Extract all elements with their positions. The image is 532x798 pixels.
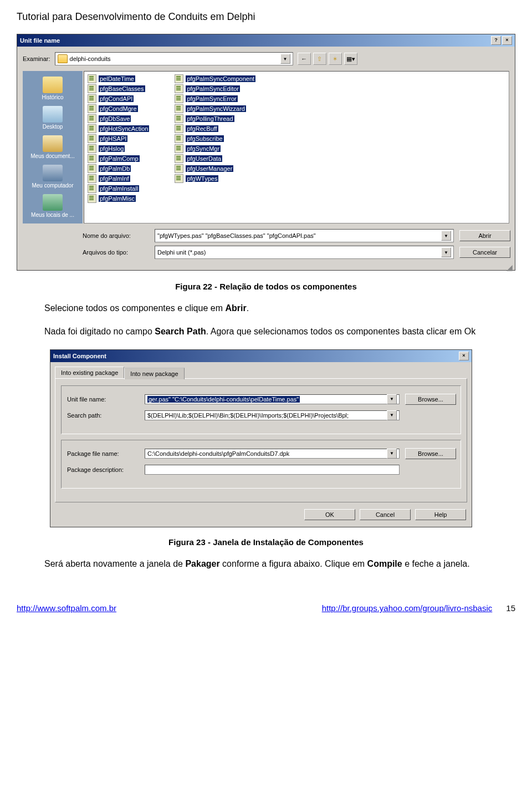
file-item[interactable]: pfgDbSave <box>86 114 151 124</box>
titlebar: Install Component × <box>50 350 472 362</box>
footer-link-1[interactable]: http://www.softpalm.com.br <box>17 603 116 613</box>
file-name: pfgHSAPI <box>99 135 127 142</box>
ok-button[interactable]: OK <box>304 509 355 520</box>
file-item[interactable]: pfgPalmSyncComponent <box>173 74 258 84</box>
browse-button[interactable]: Browse... <box>405 394 456 405</box>
chevron-down-icon[interactable]: ▼ <box>441 247 451 257</box>
file-item[interactable]: pfgWTypes <box>173 174 258 184</box>
place-icon <box>43 106 63 123</box>
new-folder-icon[interactable]: ✶ <box>329 53 342 65</box>
file-name: pfgPalmDb <box>99 165 131 172</box>
file-item[interactable]: pfgPalmDb <box>86 164 151 174</box>
place-item[interactable]: Meus document... <box>25 133 80 161</box>
search-path-input[interactable]: $(DELPHI)\Lib;$(DELPHI)\Bin;$(DELPHI)\Im… <box>145 410 400 420</box>
titlebar: Unit file name ? × <box>17 34 515 47</box>
up-folder-icon[interactable]: ⇧ <box>313 53 326 65</box>
file-name: pfgHslog <box>99 145 125 152</box>
install-component-dialog: Install Component × Into existing packag… <box>50 349 472 527</box>
tab-new-package[interactable]: Into new package <box>124 368 184 379</box>
file-name: pfgCondAPI <box>99 95 134 102</box>
file-item[interactable]: pfgPalmInstall <box>86 184 151 194</box>
place-label: Meus document... <box>25 153 80 159</box>
file-item[interactable]: pfgPalmSyncError <box>173 94 258 104</box>
pkg-desc-input[interactable] <box>145 465 400 475</box>
place-item[interactable]: Meus locais de ... <box>25 192 80 220</box>
file-item[interactable]: pfgSyncMgr <box>173 144 258 154</box>
place-label: Meu computador <box>25 182 80 189</box>
file-item[interactable]: pfgPalmComp <box>86 154 151 164</box>
place-item[interactable]: Meu computador <box>25 162 80 191</box>
pas-file-icon <box>88 174 96 183</box>
paragraph-2: Nada foi digitado no campo Search Path. … <box>17 326 515 338</box>
pas-file-icon <box>88 164 96 173</box>
chevron-down-icon[interactable]: ▼ <box>387 394 397 404</box>
file-item[interactable]: pfgSubscribe <box>173 134 258 144</box>
pas-file-icon <box>175 74 183 83</box>
back-icon[interactable]: ← <box>298 53 311 65</box>
file-item[interactable]: pfgCondAPI <box>86 94 151 104</box>
file-item[interactable]: pfgPalmSyncEditor <box>173 84 258 94</box>
file-item[interactable]: pfgCondMgre <box>86 104 151 114</box>
file-item[interactable]: pfgHSAPI <box>86 134 151 144</box>
open-button[interactable]: Abrir <box>459 230 510 241</box>
place-item[interactable]: Desktop <box>25 104 80 132</box>
file-item[interactable]: pfgHotSyncAction <box>86 124 151 134</box>
file-item[interactable]: pfgPalmMisc <box>86 194 151 204</box>
file-name: pfgHotSyncAction <box>99 125 149 132</box>
dialog-title: Unit file name <box>20 37 60 44</box>
file-list[interactable]: pelDateTimepfgBaseClassespfgCondAPIpfgCo… <box>84 71 509 223</box>
chevron-down-icon[interactable]: ▼ <box>280 54 290 64</box>
resize-grip-icon[interactable]: ◢ <box>17 265 515 270</box>
file-name: pfgUserManager <box>186 165 233 172</box>
cancel-button[interactable]: Cancel <box>360 509 411 520</box>
place-item[interactable]: Histórico <box>25 74 80 103</box>
pas-file-icon <box>88 74 96 83</box>
pkg-file-input[interactable]: C:\Conduits\delphi-conduits\pfgPalmCondu… <box>145 449 400 459</box>
file-name: pfgSubscribe <box>186 135 223 142</box>
view-menu-icon[interactable]: ▦▾ <box>344 53 357 65</box>
examinar-label: Examinar: <box>23 55 50 62</box>
place-icon <box>43 194 63 211</box>
file-name: pfgPalmMisc <box>99 195 136 202</box>
file-item[interactable]: pfgPalmSyncWizzard <box>173 104 258 114</box>
filetype-combo[interactable]: Delphi unit (*.pas) ▼ <box>155 246 454 259</box>
file-item[interactable]: pfgPollingThread <box>173 114 258 124</box>
page-footer: http://www.softpalm.com.br http://br.gro… <box>17 603 515 613</box>
file-item[interactable]: pfgUserManager <box>173 164 258 174</box>
paragraph-1: Selecione todos os componentes e clique … <box>17 302 515 314</box>
file-name: pfgCondMgre <box>99 105 138 112</box>
place-label: Histórico <box>25 94 80 100</box>
close-icon[interactable]: × <box>502 36 512 45</box>
file-item[interactable]: pfgRecBuff <box>173 124 258 134</box>
file-item[interactable]: pfgUserData <box>173 154 258 164</box>
file-name: pfgWTypes <box>186 175 218 182</box>
close-icon[interactable]: × <box>459 352 469 360</box>
file-name: pfgPalmSyncError <box>186 95 237 102</box>
pkg-desc-label: Package description: <box>67 466 139 473</box>
filename-input[interactable]: "pfgWTypes.pas" "pfgBaseClasses.pas" "pf… <box>155 229 454 242</box>
help-icon[interactable]: ? <box>491 36 501 45</box>
pas-file-icon <box>175 124 183 133</box>
file-item[interactable]: pfgHslog <box>86 144 151 154</box>
pas-file-icon <box>175 84 183 93</box>
file-item[interactable]: pfgBaseClasses <box>86 84 151 94</box>
folder-name: delphi-conduits <box>70 55 278 62</box>
file-item[interactable]: pelDateTime <box>86 74 151 84</box>
chevron-down-icon[interactable]: ▼ <box>441 231 451 241</box>
folder-combo[interactable]: delphi-conduits ▼ <box>55 52 293 65</box>
file-name: pfgPalmComp <box>99 155 140 162</box>
unit-file-input[interactable]: ger.pas" "C:\Conduits\delphi-conduits\pe… <box>145 394 400 404</box>
filetype-label: Arquivos do tipo: <box>83 249 149 256</box>
chevron-down-icon[interactable]: ▼ <box>387 410 397 420</box>
file-item[interactable]: pfgPalmInf <box>86 174 151 184</box>
cancel-button[interactable]: Cancelar <box>459 247 510 258</box>
search-path-label: Search path: <box>67 412 139 419</box>
help-button[interactable]: Help <box>415 509 466 520</box>
tab-existing-package[interactable]: Into existing package <box>55 367 124 378</box>
browse-button[interactable]: Browse... <box>405 448 456 459</box>
pas-file-icon <box>175 164 183 173</box>
chevron-down-icon[interactable]: ▼ <box>387 449 397 459</box>
search-path-value: $(DELPHI)\Lib;$(DELPHI)\Bin;$(DELPHI)\Im… <box>147 412 349 419</box>
folder-icon <box>58 54 68 63</box>
footer-link-2[interactable]: http://br.groups.yahoo.com/group/livro-n… <box>322 603 493 613</box>
